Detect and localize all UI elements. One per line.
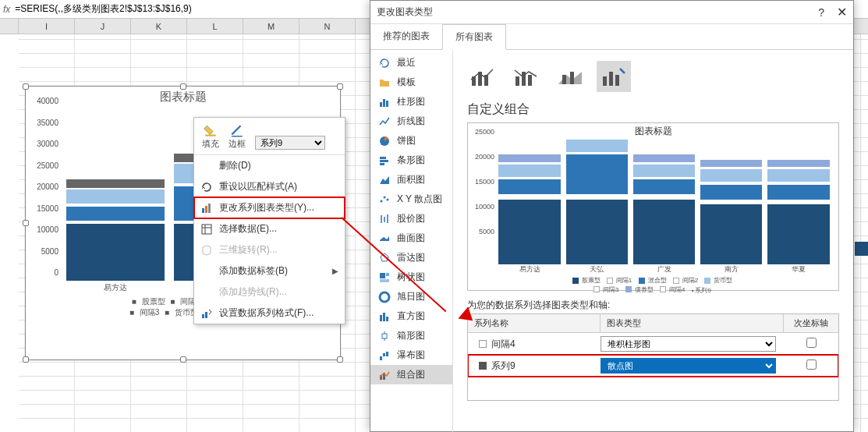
cat-combo[interactable]: 组合图 (370, 365, 452, 384)
fill-label: 填充 (202, 138, 219, 150)
sheet-corner[interactable] (0, 19, 19, 34)
tab-recommended[interactable]: 推荐的图表 (370, 24, 442, 49)
svg-rect-17 (386, 273, 389, 276)
bar-chart-icon (378, 154, 391, 167)
svg-point-14 (384, 196, 386, 198)
menu-select-data[interactable]: 选择数据(E)... (194, 218, 345, 239)
resize-handle[interactable] (23, 220, 29, 226)
stock-chart-icon (378, 213, 391, 225)
col-header[interactable]: J (75, 19, 131, 34)
menu-add-data-labels[interactable]: 添加数据标签(B) ▶ (194, 260, 345, 282)
secondary-axis-checkbox[interactable] (806, 359, 817, 370)
series-caption: 为您的数据系列选择图表类型和轴: (467, 299, 839, 312)
subtype-clustered-line[interactable] (466, 61, 500, 92)
boxplot-icon (378, 330, 391, 342)
series-selector[interactable]: 系列9 (255, 136, 325, 150)
col-chart-type: 图表类型 (601, 314, 784, 332)
cat-histogram[interactable]: 直方图 (370, 306, 452, 326)
svg-rect-26 (386, 352, 388, 356)
cat-stock[interactable]: 股价图 (370, 209, 452, 228)
border-button[interactable]: 边框 (229, 124, 246, 150)
cat-area[interactable]: 面积图 (370, 170, 452, 189)
svg-rect-16 (380, 273, 385, 278)
col-header[interactable]: L (187, 19, 243, 34)
waterfall-icon (378, 349, 391, 362)
menu-delete[interactable]: 删除(D) (194, 155, 345, 176)
cat-boxwhisker[interactable]: 箱形图 (370, 326, 452, 345)
svg-rect-36 (570, 72, 574, 84)
menu-3d-rotation: 三维旋转(R)... (194, 239, 345, 260)
cat-sunburst[interactable]: 旭日图 (370, 287, 452, 306)
chart-preview: 图表标题 5000 10000 15000 20000 25000 (467, 122, 839, 291)
format-icon (200, 307, 213, 320)
chart-type-icon (200, 202, 213, 214)
submenu-arrow-icon: ▶ (332, 267, 338, 275)
series-type-select[interactable]: 堆积柱形图 (601, 336, 776, 352)
cat-treemap[interactable]: 树状图 (370, 267, 452, 287)
cat-bar[interactable]: 条形图 (370, 150, 452, 170)
pie-chart-icon (378, 135, 391, 147)
column-chart-icon (378, 96, 391, 108)
cat-column[interactable]: 柱形图 (370, 92, 452, 112)
rotate-3d-icon (200, 244, 213, 257)
border-label: 边框 (229, 138, 246, 150)
cat-line[interactable]: 折线图 (370, 112, 452, 131)
series-name-label: 间隔4 (491, 338, 515, 351)
svg-rect-24 (380, 356, 382, 360)
svg-rect-32 (515, 76, 519, 86)
dialog-right-pane: 自定义组合 图表标题 5000 10000 15000 20000 25000 (453, 50, 853, 432)
delete-icon (200, 160, 213, 172)
svg-rect-38 (609, 72, 613, 86)
resize-handle[interactable] (337, 83, 343, 90)
cat-waterfall[interactable]: 瀑布图 (370, 345, 452, 365)
fx-icon[interactable]: fx (3, 4, 10, 15)
resize-handle[interactable] (180, 356, 186, 363)
dialog-title: 更改图表类型 (377, 5, 433, 19)
series-grid: 系列名称 图表类型 次坐标轴 间隔4 堆积柱形图 系列9 散点图 (467, 313, 839, 401)
close-button[interactable]: ✕ (837, 5, 847, 19)
cat-radar[interactable]: 雷达图 (370, 248, 452, 267)
series-row-selected[interactable]: 系列9 散点图 (468, 355, 838, 377)
series-row[interactable]: 间隔4 堆积柱形图 (468, 333, 838, 355)
subtype-stacked-area-column[interactable] (553, 61, 587, 92)
cat-recent[interactable]: 最近 (370, 53, 452, 73)
resize-handle[interactable] (180, 83, 186, 90)
cat-templates[interactable]: 模板 (370, 73, 452, 92)
cat-scatter[interactable]: X Y 散点图 (370, 189, 452, 209)
menu-reset-match-style[interactable]: 重设以匹配样式(A) (194, 176, 345, 197)
subtype-title: 自定义组合 (467, 101, 844, 118)
combo-chart-icon (378, 369, 391, 381)
help-button[interactable]: ? (818, 6, 824, 19)
col-header[interactable]: N (299, 19, 356, 34)
resize-handle[interactable] (23, 83, 29, 90)
y-axis: 0 5000 10000 15000 20000 25000 30000 350… (30, 109, 58, 281)
cat-surface[interactable]: 曲面图 (370, 228, 452, 248)
svg-rect-39 (615, 75, 619, 86)
col-header[interactable]: K (131, 19, 187, 34)
svg-rect-4 (202, 314, 204, 318)
subtype-clustered-line-secondary[interactable] (509, 61, 544, 92)
cat-pie[interactable]: 饼图 (370, 131, 452, 150)
resize-handle[interactable] (337, 356, 343, 363)
col-series-name: 系列名称 (468, 314, 601, 332)
menu-format-series[interactable]: 设置数据系列格式(F)... (194, 303, 345, 324)
sunburst-icon (378, 291, 391, 303)
secondary-axis-checkbox[interactable] (806, 338, 817, 348)
menu-add-trendline: 添加趋势线(R)... (194, 282, 345, 303)
series-swatch (479, 362, 487, 370)
col-header[interactable]: M (243, 19, 299, 34)
resize-handle[interactable] (23, 356, 29, 363)
svg-rect-25 (383, 353, 385, 356)
series-type-select[interactable]: 散点图 (601, 358, 776, 374)
select-data-icon (200, 223, 213, 235)
menu-change-series-chart-type[interactable]: 更改系列图表类型(Y)... (194, 197, 345, 218)
treemap-icon (378, 271, 391, 284)
preview-title: 图表标题 (468, 123, 838, 138)
svg-rect-8 (386, 101, 388, 107)
fill-button[interactable]: 填充 (202, 124, 219, 150)
subtype-custom-combo[interactable] (597, 61, 631, 92)
svg-rect-12 (380, 163, 384, 165)
chart-category-list: 最近 模板 柱形图 折线图 饼图 条形图 面积图 X Y 散点图 股价图 曲面图… (370, 50, 453, 432)
col-header[interactable]: I (19, 19, 75, 34)
tab-all-charts[interactable]: 所有图表 (442, 24, 506, 50)
